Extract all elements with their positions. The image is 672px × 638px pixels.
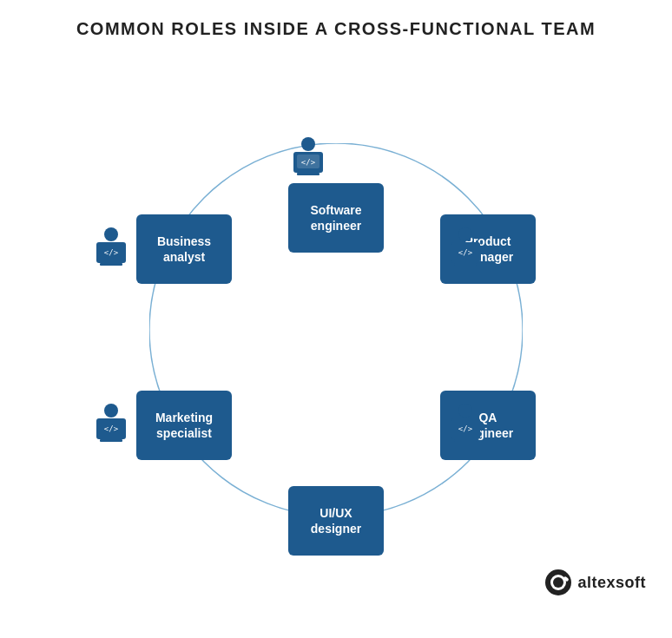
- title: COMMON ROLES INSIDE A CROSS-FUNCTIONAL T…: [0, 0, 672, 48]
- person-icon-software-engineer: </>: [288, 136, 328, 181]
- logo-icon: [544, 569, 572, 596]
- svg-rect-9: [454, 263, 477, 266]
- svg-text:</>: </>: [104, 424, 119, 433]
- role-box-uiux-designer: UI/UX designer: [288, 486, 384, 556]
- svg-point-18: [104, 404, 118, 418]
- person-icon-product-manager: </>: [445, 227, 485, 272]
- person-icon-marketing-specialist: </>: [91, 403, 131, 448]
- svg-rect-25: [100, 263, 122, 266]
- svg-point-22: [104, 227, 118, 241]
- svg-point-6: [458, 227, 472, 241]
- svg-text:</>: </>: [301, 158, 316, 167]
- diagram-container: </> Software engineer Product manager </…: [0, 48, 672, 612]
- svg-text:</>: </>: [458, 424, 473, 433]
- person-icon-qa-engineer: </>: [445, 403, 485, 448]
- svg-rect-21: [100, 439, 122, 442]
- logo-text: altexsoft: [577, 574, 646, 592]
- svg-point-10: [458, 404, 472, 418]
- svg-text:</>: </>: [458, 248, 473, 257]
- svg-text:</>: </>: [104, 248, 119, 257]
- role-box-marketing-specialist: Marketing specialist: [136, 391, 232, 460]
- svg-point-1: [301, 137, 315, 151]
- person-icon-business-analyst: </>: [91, 227, 131, 272]
- role-box-software-engineer: Software engineer: [288, 183, 384, 253]
- role-uiux-designer: UI/UX designer </>: [288, 486, 328, 533]
- logo-area: altexsoft: [544, 569, 646, 596]
- svg-rect-13: [454, 439, 477, 442]
- role-software-engineer: </> Software engineer: [288, 136, 328, 183]
- svg-point-28: [553, 577, 563, 588]
- svg-rect-5: [297, 173, 320, 175]
- role-box-business-analyst: Business analyst: [136, 214, 232, 284]
